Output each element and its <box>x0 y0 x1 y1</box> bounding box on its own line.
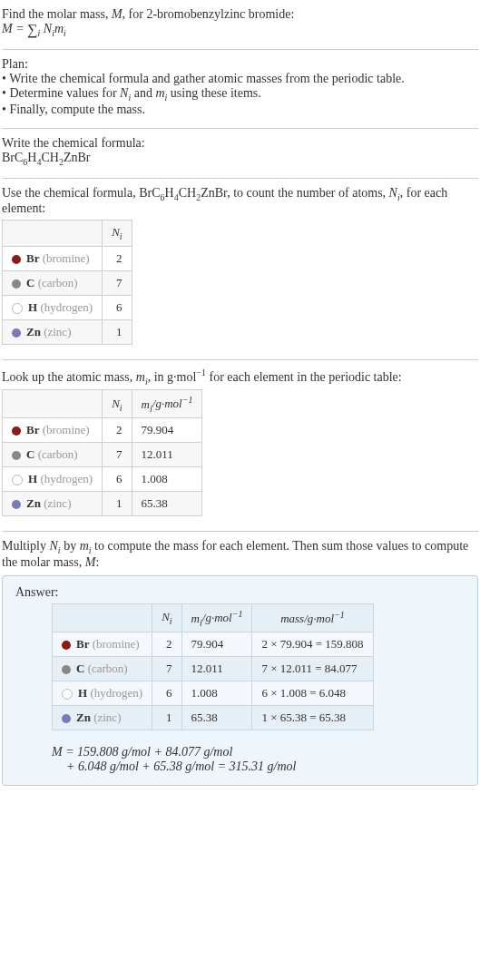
s2N: N <box>389 186 397 200</box>
el-name: (carbon) <box>38 447 78 461</box>
table-row: H (hydrogen)61.008 <box>3 467 202 492</box>
col-mi-sup: −1 <box>182 395 193 405</box>
element-dot-icon <box>62 665 71 674</box>
element-dot-icon <box>12 303 23 314</box>
s3a: Look up the atomic mass, <box>2 370 136 384</box>
table-header: Ni mi/g·mol−1 mass/g·mol−1 <box>53 604 374 632</box>
el-sym: Br <box>26 423 39 436</box>
plan-mi: mi <box>155 86 167 100</box>
final-eq-line1: M = 159.808 g/mol + 84.077 g/mol <box>52 745 465 760</box>
col-mi: m <box>142 397 150 411</box>
el-name: (bromine) <box>43 251 90 265</box>
el-sym: Br <box>76 637 89 651</box>
chemical-formula: BrC6H4CH2ZnBr <box>2 151 478 167</box>
el-sym: C <box>26 447 34 461</box>
s3sup: −1 <box>196 368 206 377</box>
s2f4: CH <box>179 186 196 200</box>
el-mi: 12.011 <box>181 657 252 681</box>
el-ni: 2 <box>152 632 181 657</box>
element-dot-icon <box>12 451 21 460</box>
element-dot-icon <box>12 328 21 338</box>
table-row: C (carbon)7 <box>3 271 132 296</box>
el-sym: Zn <box>76 710 91 724</box>
step3-title: Look up the atomic mass, mi, in g·mol−1 … <box>2 368 478 386</box>
s2-Ni: Ni <box>389 186 400 200</box>
table-header: Ni mi/g·mol−1 <box>3 390 202 418</box>
plan-bullet-2: • Determine values for Ni and mi using t… <box>2 86 478 103</box>
el-mass: 1 × 65.38 = 65.38 <box>252 706 373 730</box>
s4a: Multiply <box>2 539 50 553</box>
col-ni: N <box>162 610 170 623</box>
el-mi: 1.008 <box>181 681 252 706</box>
element-dot-icon <box>12 500 21 509</box>
step2-title: Use the chemical formula, BrC6H4CH2ZnBr,… <box>2 186 478 217</box>
step3-section: Look up the atomic mass, mi, in g·mol−1 … <box>2 364 478 527</box>
s2b: , to count the number of atoms, <box>227 186 388 200</box>
el-name: (bromine) <box>93 637 140 651</box>
table-header: Ni <box>3 220 132 247</box>
el-name: (hydrogen) <box>40 300 93 314</box>
divider <box>2 359 478 360</box>
table-row: Zn (zinc)165.381 × 65.38 = 65.38 <box>53 706 374 730</box>
element-dot-icon <box>62 641 71 650</box>
f-p0: BrC <box>2 151 23 164</box>
plan-section: Plan: • Write the chemical formula and g… <box>2 54 478 124</box>
answer-table: Ni mi/g·mol−1 mass/g·mol−1 Br (bromine)2… <box>52 603 374 730</box>
el-name: (zinc) <box>93 710 121 724</box>
el-sym: H <box>28 300 37 314</box>
table-row: H (hydrogen)6 <box>3 296 132 320</box>
s3b: , in g·mol <box>148 370 197 384</box>
el-ni: 1 <box>152 706 181 730</box>
col-mi: m <box>191 612 200 625</box>
el-ni: 7 <box>152 657 181 681</box>
s2f6: ZnBr <box>201 186 227 200</box>
element-dot-icon <box>12 255 21 264</box>
col-mi-sup: −1 <box>232 609 243 619</box>
s2-formula: BrC6H4CH2ZnBr <box>139 186 227 200</box>
el-ni: 1 <box>103 320 132 345</box>
intro-section: Find the molar mass, M, for 2-bromobenzy… <box>2 4 478 45</box>
table-row: H (hydrogen)61.0086 × 1.008 = 6.048 <box>53 681 374 706</box>
el-mi: 79.904 <box>181 632 252 657</box>
divider <box>2 531 478 532</box>
element-dot-icon <box>62 714 71 723</box>
eq-m: m <box>54 22 64 35</box>
plan-bullet-3: • Finally, compute the mass. <box>2 103 478 117</box>
intro-text2: , for 2-bromobenzylzinc bromide: <box>122 7 295 21</box>
el-sym: Br <box>26 251 39 265</box>
step2-section: Use the chemical formula, BrC6H4CH2ZnBr,… <box>2 182 478 356</box>
plan-Ni: Ni <box>120 86 131 100</box>
el-ni: 7 <box>103 443 132 467</box>
answer-box: Answer: Ni mi/g·mol−1 mass/g·mol−1 Br (b… <box>2 575 478 786</box>
col-mass-sup: −1 <box>334 610 345 620</box>
step4-title: Multiply Ni by mi to compute the mass fo… <box>2 539 478 570</box>
table-row: Zn (zinc)165.38 <box>3 492 202 516</box>
s4d: : <box>95 555 99 569</box>
col-ni-sub: i <box>170 616 172 626</box>
plan-title: Plan: <box>2 57 478 72</box>
sum-sub: i <box>38 28 41 38</box>
f-p2: H <box>27 151 36 164</box>
el-name: (zinc) <box>44 496 71 510</box>
element-dot-icon <box>12 279 21 289</box>
el-ni: 6 <box>103 467 132 492</box>
el-mass: 6 × 1.008 = 6.048 <box>252 681 373 706</box>
el-ni: 2 <box>103 418 132 443</box>
el-mass: 7 × 12.011 = 84.077 <box>252 657 373 681</box>
table-row: C (carbon)712.011 <box>3 443 202 467</box>
f-p6: ZnBr <box>64 151 91 164</box>
plan-m: m <box>155 86 164 100</box>
el-name: (zinc) <box>44 325 71 338</box>
plan-b2a: • Determine values for <box>2 86 120 100</box>
step1-title: Write the chemical formula: <box>2 136 478 151</box>
col-ni-sub: i <box>120 231 122 241</box>
el-sym: H <box>28 472 37 485</box>
step4-section: Multiply Ni by mi to compute the mass fo… <box>2 535 478 793</box>
s2a: Use the chemical formula, <box>2 186 139 200</box>
answer-label: Answer: <box>15 585 465 600</box>
el-mi: 12.011 <box>132 443 202 467</box>
el-ni: 1 <box>103 492 132 516</box>
el-name: (carbon) <box>88 662 128 675</box>
sigma-icon: ∑ <box>27 22 37 38</box>
s4m: m <box>80 539 89 553</box>
